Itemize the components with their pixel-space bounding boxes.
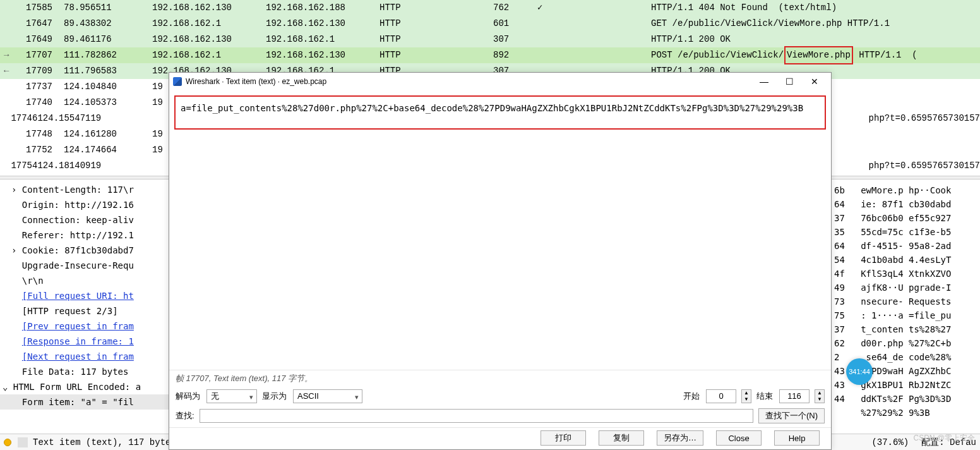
show-as-label: 显示为 (262, 391, 287, 402)
end-spinner[interactable]: ▲▼ (815, 389, 825, 403)
hex-line[interactable]: 64 df-4515- 95a8-2ad (834, 239, 980, 253)
hex-line[interactable]: 6b ewMore.p hp··Cook (834, 183, 980, 197)
watermark-text: CSDN @零上安全 (913, 433, 975, 444)
hex-line[interactable]: %27%29%2 9%3B (834, 406, 980, 420)
start-label: 开始 (683, 391, 700, 402)
hex-line[interactable]: 64 ie: 87f1 cb30dabd (834, 197, 980, 211)
expert-indicator-icon[interactable] (4, 439, 11, 446)
hex-line[interactable]: 4f KflS3qL4 XtnkXZVO (834, 267, 980, 281)
status-percent: (37.6%) (871, 437, 909, 447)
hex-line[interactable]: 73 nsecure- Requests (834, 295, 980, 308)
tree-link[interactable]: [Response in frame: 1 (22, 336, 134, 346)
find-next-button[interactable]: 查找下一个(N) (758, 408, 825, 423)
payload-text[interactable]: a=file_put_contents%28%27d00r.php%27%2C+… (174, 95, 826, 130)
start-spinner[interactable]: ▲▼ (741, 389, 751, 403)
status-text: Text item (text), 117 byte (33, 437, 170, 447)
start-input[interactable]: 0 (706, 389, 736, 403)
hex-line[interactable]: 49 ajfK8··U pgrade-I (834, 281, 980, 295)
close-dialog-button[interactable]: Close (716, 430, 762, 446)
tree-link[interactable]: [Next request in fram (22, 351, 134, 362)
frame-info-label: 帧 17707, Text item (text), 117 字节。 (169, 370, 831, 387)
hex-line[interactable]: 54 4c1b0abd 4.4esLyT (834, 253, 980, 267)
packet-row[interactable]: 1764789.438302192.168.162.1192.168.162.1… (0, 16, 980, 32)
hex-line[interactable]: 37 t_conten ts%28%27 (834, 322, 980, 336)
hex-line[interactable]: 35 55cd=75c c1f3e-b5 (834, 225, 980, 239)
copy-button[interactable]: 复制 (599, 430, 644, 446)
packet-row[interactable]: 1758578.956511192.168.162.130192.168.162… (0, 0, 980, 16)
text-item-dialog: Wireshark · Text item (text) · ez_web.pc… (169, 72, 832, 450)
tree-link[interactable]: [Full request URI: ht (22, 291, 134, 301)
tree-link[interactable]: [Prev request in fram (22, 321, 134, 331)
hex-line[interactable]: 44 ddKTs%2F Pg%3D%3D (834, 392, 980, 406)
packet-row[interactable]: 1764989.461176192.168.162.130192.168.162… (0, 32, 980, 47)
find-label: 查找: (176, 410, 194, 422)
print-button[interactable]: 打印 (541, 430, 586, 446)
close-button[interactable]: ✕ (802, 76, 827, 87)
minimize-button[interactable]: — (751, 76, 777, 87)
dialog-titlebar[interactable]: Wireshark · Text item (text) · ez_web.pc… (169, 73, 831, 90)
clock-widget: 341:44 (846, 358, 873, 385)
dialog-title: Wireshark · Text item (text) · ez_web.pc… (186, 77, 326, 86)
hex-line[interactable]: 75 : 1····a =file_pu (834, 308, 980, 322)
packet-row[interactable]: →17707111.782862192.168.162.1192.168.162… (0, 47, 980, 63)
hex-line[interactable]: 62 d00r.php %27%2C+b (834, 336, 980, 350)
help-button[interactable]: Help (774, 430, 820, 446)
edit-icon[interactable] (18, 437, 28, 447)
find-input[interactable] (200, 409, 753, 423)
wireshark-icon (173, 77, 182, 86)
end-label: 结束 (756, 391, 773, 402)
maximize-button[interactable]: ☐ (777, 76, 802, 87)
hex-dump-pane[interactable]: 6b ewMore.p hp··Cook64 ie: 87f1 cb30dabd… (830, 179, 980, 432)
decode-as-label: 解码为 (176, 391, 200, 402)
saveas-button[interactable]: 另存为… (657, 430, 703, 446)
end-input[interactable]: 116 (779, 389, 810, 403)
decode-as-select[interactable]: 无 (206, 389, 257, 403)
show-as-select[interactable]: ASCII (293, 389, 362, 403)
hex-line[interactable]: 37 76bc06b0 ef55c927 (834, 211, 980, 225)
